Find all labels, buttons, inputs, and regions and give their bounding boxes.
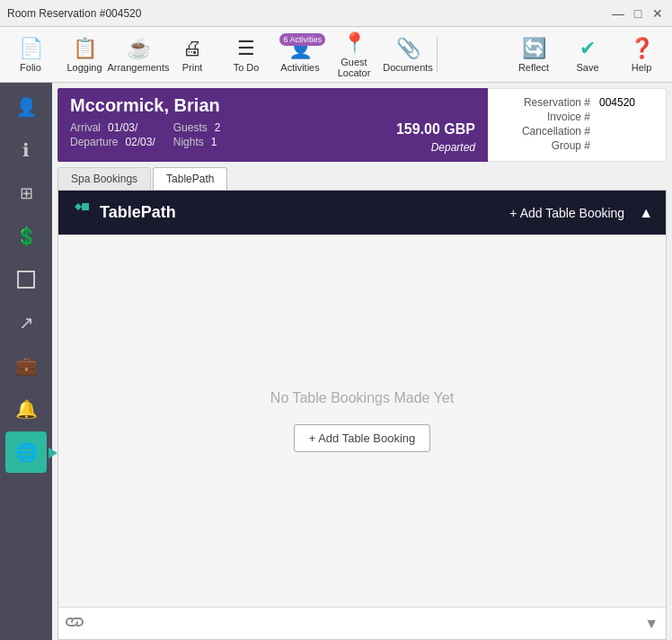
documents-icon: 📎 [396, 37, 420, 60]
guests-item: Guests 2 [173, 121, 221, 134]
minimize-button[interactable]: — [611, 6, 625, 21]
tabs-area: Spa Bookings TablePath [57, 167, 667, 190]
guest-name: Mccormick, Brian [70, 95, 475, 116]
booking-content: No Table Bookings Made Yet + Add Table B… [58, 235, 666, 607]
help-label: Help [632, 62, 652, 73]
guest-status: Departed [396, 141, 475, 154]
tab-spa[interactable]: Spa Bookings [57, 167, 151, 190]
export-sidebar-icon: ↗ [19, 312, 34, 333]
tablepath-brand-name: TablePath [100, 203, 176, 222]
toolbar-divider [437, 37, 438, 73]
reflect-icon: 🔄 [522, 37, 546, 60]
sidebar: 👤 ℹ ⊞ 💲 ↗ 💼 🔔 🌐 [0, 83, 52, 640]
activities-badge: 6 Activities [279, 33, 325, 46]
guest-amount: 159.00 GBP [396, 121, 475, 138]
booking-header-right: + Add Table Booking ▲ [509, 205, 653, 221]
invoice-label: Invoice # [500, 111, 590, 123]
group-label: Group # [500, 139, 590, 152]
content-area: Mccormick, Brian Arrival 01/03/ Departur… [52, 83, 672, 640]
scroll-down-button[interactable]: ▼ [644, 616, 659, 632]
help-icon: ❓ [630, 37, 654, 60]
guests-value: 2 [215, 121, 221, 134]
toolbar-documents[interactable]: 📎 Documents [381, 30, 435, 80]
sidebar-item-briefcase[interactable]: 💼 [5, 345, 47, 387]
guest-sidebar-icon: 👤 [15, 96, 38, 118]
arrival-item: Arrival 01/03/ [70, 121, 155, 134]
save-label: Save [576, 62, 598, 73]
toolbar-print[interactable]: 🖨 Print [165, 30, 219, 80]
add-table-booking-header-button[interactable]: + Add Table Booking [509, 206, 624, 220]
todo-label: To Do [234, 62, 260, 73]
save-icon: ✔ [579, 37, 596, 60]
sidebar-item-export[interactable]: ↗ [5, 302, 47, 343]
stack-sidebar-icon: ⊞ [20, 183, 33, 203]
sidebar-active-wrapper: 🌐 [5, 431, 47, 475]
toolbar-reflect[interactable]: 🔄 Reflect [507, 30, 561, 80]
briefcase-sidebar-icon: 💼 [15, 355, 38, 377]
close-button[interactable]: ✕ [650, 6, 665, 21]
arrival-label: Arrival [70, 121, 101, 134]
sidebar-item-globe[interactable]: 🌐 [5, 431, 47, 473]
activities-label: Activities [280, 62, 319, 73]
toolbar-logging[interactable]: 📋 Logging [57, 30, 111, 80]
departure-label: Departure [70, 136, 118, 148]
sidebar-item-guest[interactable]: 👤 [5, 86, 47, 128]
todo-icon: ☰ [237, 37, 255, 60]
amount-status: 159.00 GBP Departed [396, 121, 475, 154]
guest-header: Mccormick, Brian Arrival 01/03/ Departur… [57, 88, 488, 162]
toolbar-guest-locator[interactable]: 📍 Guest Locator [327, 30, 381, 80]
add-table-booking-center-button[interactable]: + Add Table Booking [294, 424, 431, 452]
logging-icon: 📋 [73, 37, 97, 60]
sidebar-item-stack[interactable]: ⊞ [5, 173, 47, 214]
tab-tablepath[interactable]: TablePath [153, 167, 227, 190]
documents-label: Documents [383, 62, 433, 73]
sidebar-active-arrow [49, 448, 57, 458]
link-icon[interactable] [66, 615, 84, 633]
toolbar-todo[interactable]: ☰ To Do [219, 30, 273, 80]
sidebar-item-square[interactable] [5, 259, 47, 300]
print-icon: 🖨 [182, 37, 202, 60]
cancellation-label: Cancellation # [500, 125, 590, 138]
guest-locator-icon: 📍 [342, 31, 367, 55]
cancellation-value [599, 125, 653, 138]
dollar-sidebar-icon: 💲 [15, 226, 38, 247]
folio-icon: 📄 [19, 37, 43, 60]
toolbar-arrangements[interactable]: ☕ Arrangements [111, 30, 165, 80]
toolbar: 📄 Folio 📋 Logging ☕ Arrangements 🖨 Print… [0, 27, 672, 83]
toolbar-help[interactable]: ❓ Help [615, 30, 668, 80]
guest-details: Arrival 01/03/ Departure 02/03/ Guests 2 [70, 121, 475, 154]
tablepath-logo-icon [71, 200, 93, 226]
toolbar-save[interactable]: ✔ Save [561, 30, 615, 80]
square-sidebar-icon [17, 271, 35, 289]
arrangements-icon: ☕ [127, 37, 151, 60]
guest-locator-label: Guest Locator [331, 57, 377, 78]
toolbar-activities[interactable]: 👤 Activities 6 Activities [273, 30, 327, 80]
booking-footer: ▼ [58, 607, 666, 639]
reservation-info: Reservation # 004520 Invoice # Cancellat… [488, 88, 667, 162]
departure-value: 02/03/ [125, 136, 155, 148]
sidebar-item-info[interactable]: ℹ [5, 129, 47, 171]
print-label: Print [182, 62, 203, 73]
reservation-number-label: Reservation # [500, 96, 590, 109]
invoice-row: Invoice # [500, 111, 653, 123]
sidebar-item-dollar[interactable]: 💲 [5, 216, 47, 257]
no-bookings-text: No Table Bookings Made Yet [270, 390, 454, 406]
folio-label: Folio [20, 62, 41, 73]
info-sidebar-icon: ℹ [22, 139, 30, 161]
main-layout: 👤 ℹ ⊞ 💲 ↗ 💼 🔔 🌐 [0, 83, 672, 640]
logging-label: Logging [66, 62, 102, 73]
scroll-up-button[interactable]: ▲ [639, 205, 653, 221]
window-controls: — □ ✕ [611, 6, 665, 21]
reservation-number-value: 004520 [599, 96, 653, 109]
bell-sidebar-icon: 🔔 [15, 398, 38, 420]
nights-item: Nights 1 [173, 136, 221, 148]
group-row: Group # [500, 139, 653, 152]
header-row: Mccormick, Brian Arrival 01/03/ Departur… [57, 88, 667, 162]
toolbar-folio[interactable]: 📄 Folio [4, 30, 57, 80]
sidebar-item-bell[interactable]: 🔔 [5, 388, 47, 430]
maximize-button[interactable]: □ [631, 6, 645, 21]
globe-sidebar-icon: 🌐 [15, 441, 38, 463]
reservation-number-row: Reservation # 004520 [500, 96, 653, 109]
nights-label: Nights [173, 136, 204, 148]
group-value [599, 139, 653, 152]
